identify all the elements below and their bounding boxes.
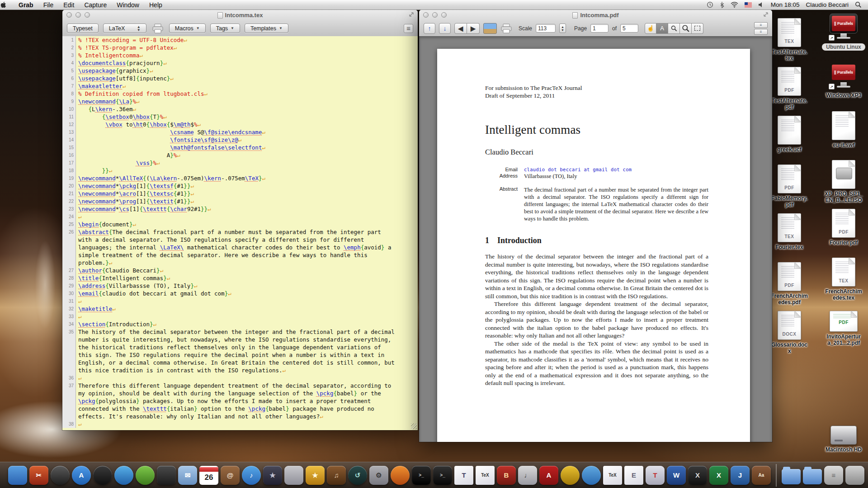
back-button[interactable]: ◀ <box>454 23 467 34</box>
dock-blue-orb-icon[interactable] <box>582 466 601 485</box>
time-machine-icon[interactable] <box>707 1 713 8</box>
dock-grab-icon[interactable]: ✂ <box>29 466 48 485</box>
dock-adobe-reader-icon[interactable]: A <box>539 466 558 485</box>
toolbar-lines-icon[interactable]: ≡ <box>404 24 413 33</box>
print-icon[interactable] <box>152 23 164 33</box>
desktop-icon-testalternate-pdf[interactable]: PDFTestAlternate.pdf <box>771 67 807 116</box>
zoom-button[interactable] <box>441 12 447 18</box>
menu-item-help[interactable]: Help <box>144 0 167 10</box>
menu-item-edit[interactable]: Edit <box>58 0 79 10</box>
dock-dashboard-icon[interactable] <box>93 466 112 485</box>
zoom-button[interactable] <box>85 12 90 18</box>
desktop-icon-fabiomemory-pdf[interactable]: PDFFabioMemory.pdf <box>771 164 807 213</box>
dock-imovie-icon[interactable]: ★ <box>263 466 282 485</box>
dock-itunes-icon[interactable]: ♪ <box>242 466 261 485</box>
macros-popup[interactable]: Macros▼ <box>169 23 206 33</box>
desktop-icon-fourier-pdf[interactable]: PDFFourier.pdf <box>830 209 858 258</box>
minimize-button[interactable] <box>75 12 81 18</box>
dock-terminal-2-icon[interactable]: >_ <box>433 466 452 485</box>
dock-itexmac-icon[interactable]: T <box>646 466 665 485</box>
dock-trash-icon[interactable] <box>845 466 864 485</box>
dock-address-book-icon[interactable]: @ <box>221 466 240 485</box>
dock-java-icon[interactable]: J <box>731 466 750 485</box>
pdf-scroll-area[interactable]: For submission to The PracTeX Journal Dr… <box>419 36 772 442</box>
dock-terminal-icon[interactable]: >_ <box>412 466 431 485</box>
desktop-icon-fourier-tex[interactable]: TEXFourier.tex <box>775 213 803 262</box>
dock-aperture-icon[interactable] <box>51 466 70 485</box>
dock-texshop-icon[interactable]: TeX <box>603 466 622 485</box>
dock-excalibur-icon[interactable]: E <box>624 466 643 485</box>
zoom-out-tool[interactable] <box>668 23 680 34</box>
dock-gold-star-icon[interactable]: ★ <box>306 466 325 485</box>
two-page-layout-button[interactable]: ≡ <box>754 29 768 35</box>
dock-dark-pad-icon[interactable] <box>157 466 176 485</box>
menu-user[interactable]: Claudio Beccari <box>806 1 849 8</box>
page-down-button[interactable]: ↓ <box>439 23 451 34</box>
menu-item-file[interactable]: File <box>38 0 59 10</box>
dock-yarn-ball-icon[interactable] <box>561 466 580 485</box>
apple-menu-icon[interactable] <box>0 1 14 8</box>
rect-select-tool[interactable] <box>692 23 703 34</box>
dock-time-machine-icon[interactable]: ↺ <box>348 466 367 485</box>
wifi-icon[interactable] <box>731 2 738 8</box>
typeset-button[interactable]: Typeset <box>67 23 99 33</box>
dock-dictionary-icon[interactable]: Aa <box>752 466 771 485</box>
desktop-icon-frencharchimedes-pdf[interactable]: PDFFrenchArchimedes.pdf <box>771 262 807 311</box>
single-page-layout-button[interactable]: ≡ <box>754 22 768 28</box>
desktop-icon-testalternate-tex[interactable]: TEXTestAlternate.tex <box>771 18 807 67</box>
resize-grip[interactable] <box>411 423 417 429</box>
dock-word-icon[interactable]: W <box>667 466 686 485</box>
desktop-icon-xp-pro-sp1-en-b-le-iso[interactable]: XP_PRO_SP1_EN_B...LE.ISO <box>825 160 863 209</box>
engine-popup[interactable]: LaTeX ▲▼ <box>103 23 146 33</box>
close-button[interactable] <box>423 12 429 18</box>
volume-icon[interactable] <box>758 2 764 8</box>
dock-bibdesk-icon[interactable]: B <box>497 466 516 485</box>
dock-folder-applications-icon[interactable] <box>803 469 822 484</box>
dock-iphoto-icon[interactable] <box>284 466 303 485</box>
dock-safari-icon[interactable] <box>114 466 133 485</box>
dock-tex-editor-icon[interactable]: TeX <box>476 466 495 485</box>
page-up-button[interactable]: ↑ <box>424 23 435 34</box>
minimize-button[interactable] <box>432 12 438 18</box>
dock-stacks-icon[interactable]: ≡ <box>824 466 843 485</box>
spotlight-icon[interactable] <box>855 1 862 8</box>
print-icon[interactable] <box>500 23 512 33</box>
desktop-icon-macintosh-hd[interactable]: Macintosh HD <box>826 419 862 468</box>
dock-garageband-icon[interactable]: ♫ <box>327 466 346 485</box>
desktop-icon-frencharchimedes-tex[interactable]: TEXFrenchArchimedes.tex <box>825 258 862 306</box>
dock-ical-icon[interactable]: 26 <box>199 466 218 485</box>
desktop-icon-windows-xp3[interactable]: || Parallels↗Windows XP3 <box>826 62 862 111</box>
menu-item-capture[interactable]: Capture <box>79 0 112 10</box>
menu-clock[interactable]: Mon 18:05 <box>771 1 800 8</box>
forward-button[interactable]: ▶ <box>467 23 480 34</box>
page-input[interactable]: 1 <box>590 24 609 33</box>
dock-mail-icon[interactable]: ✉ <box>178 466 197 485</box>
scale-input[interactable]: 113 <box>536 24 556 33</box>
zoom-in-tool[interactable] <box>680 23 692 34</box>
dock-green-orb-icon[interactable] <box>136 466 155 485</box>
resize-arrow-icon[interactable] <box>763 12 769 17</box>
tags-popup[interactable]: Tags▼ <box>210 23 240 33</box>
scale-stepper[interactable]: ▲▼ <box>559 23 566 33</box>
desktop-icon-ubuntu-linux[interactable]: || Parallels↗Ubuntu Linux <box>822 14 865 62</box>
drawer-thumbnail-button[interactable] <box>483 23 497 34</box>
dock-app-store-icon[interactable]: A <box>72 466 91 485</box>
menu-item-grab[interactable]: Grab <box>14 0 38 10</box>
close-button[interactable] <box>66 12 72 18</box>
desktop-icon-glossario-docx[interactable]: DOCXGlossario.docx <box>771 311 807 360</box>
resize-arrow-icon[interactable] <box>409 12 414 17</box>
dock-lilypond-icon[interactable]: ♩ <box>518 466 537 485</box>
pdf-window-titlebar[interactable]: Intcomma.pdf <box>419 10 772 20</box>
dock-excel-icon[interactable]: X <box>709 466 728 485</box>
desktop-icon-eu-it-swf[interactable]: eu-it.swf <box>832 111 855 160</box>
menu-item-window[interactable]: Window <box>112 0 144 10</box>
dock-firefox-icon[interactable] <box>391 466 410 485</box>
dock-texworks-icon[interactable]: T <box>454 466 473 485</box>
dock-x11-icon[interactable]: X <box>688 466 707 485</box>
bluetooth-icon[interactable] <box>720 1 724 8</box>
templates-popup[interactable]: Templates▼ <box>245 23 288 33</box>
text-select-tool[interactable]: A <box>656 23 668 34</box>
dock-folder-documents-icon[interactable] <box>782 469 801 484</box>
dock-finder-icon[interactable] <box>8 466 27 485</box>
source-editor[interactable]: 1% !TEX encoding = UTF-8 Unicode↵2% !TEX… <box>62 36 418 430</box>
